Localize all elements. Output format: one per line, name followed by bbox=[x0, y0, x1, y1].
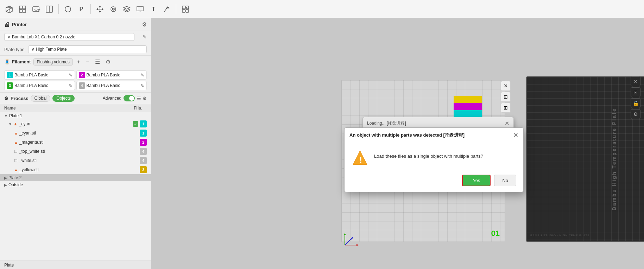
filament-item-3[interactable]: 3 Bambu PLA Basic ✎ bbox=[4, 81, 75, 90]
printer-icon: 🖨 bbox=[4, 21, 10, 28]
alert-dialog-close-btn[interactable]: ✕ bbox=[513, 131, 518, 139]
filament-edit-4[interactable]: ✎ bbox=[140, 83, 144, 88]
filament-settings-icon[interactable]: ⚙ bbox=[104, 58, 112, 66]
printer-name-select[interactable]: ∨ Bambu Lab X1 Carbon 0.2 nozzle bbox=[4, 33, 134, 41]
cube-icon[interactable] bbox=[4, 4, 15, 15]
chevron-plate2-icon: ▶ bbox=[4, 176, 7, 180]
tab-global[interactable]: Global bbox=[31, 95, 51, 102]
filament-num-4: 4 bbox=[79, 82, 85, 89]
alert-dialog: An object with multiple parts was detect… bbox=[344, 127, 524, 192]
plate-tab[interactable]: Plate bbox=[4, 263, 14, 268]
tab-objects[interactable]: Objects bbox=[52, 95, 75, 102]
printer-section: 🖨 Printer ⚙ bbox=[0, 18, 151, 31]
plate-2-label: Plate 2 bbox=[8, 175, 147, 180]
tree-file-white-stl[interactable]: ☐ _white.stl 4 bbox=[0, 156, 151, 165]
flushing-volumes-btn[interactable]: Flushing volumes bbox=[33, 58, 72, 65]
auto-icon[interactable]: AUTO bbox=[30, 4, 42, 15]
svg-rect-5 bbox=[19, 6, 22, 9]
loading-dialog-close-btn[interactable]: ✕ bbox=[505, 120, 509, 127]
process-list-icon[interactable]: ☰ bbox=[137, 96, 141, 101]
filament-num-1: 1 bbox=[7, 72, 13, 78]
color-badge-file2: 2 bbox=[140, 139, 147, 146]
process-icons: ☰ ⚙ bbox=[137, 96, 147, 101]
process-settings-icon[interactable]: ⚙ bbox=[143, 96, 147, 101]
printer-settings-icon[interactable]: ⚙ bbox=[142, 21, 147, 28]
svg-line-32 bbox=[345, 238, 352, 245]
triangle-file1-icon: ▲ bbox=[14, 131, 18, 135]
filament-edit-3[interactable]: ✎ bbox=[69, 83, 72, 88]
add-filament-btn[interactable]: + bbox=[76, 58, 82, 66]
circle-icon[interactable] bbox=[62, 4, 74, 15]
plate-type-select[interactable]: ∨ High Temp Plate bbox=[28, 45, 147, 53]
puzzle-icon[interactable] bbox=[180, 4, 191, 15]
svg-marker-33 bbox=[351, 237, 353, 240]
svg-marker-14 bbox=[99, 6, 101, 7]
color-badge-cyan: 1 bbox=[140, 120, 147, 127]
plate-02-grid: 02 Bambu High Temperature Plate BAMBU ST… bbox=[527, 77, 644, 241]
p-icon[interactable]: P bbox=[76, 4, 87, 15]
plate-grid-btn[interactable]: ⊞ bbox=[501, 103, 511, 113]
svg-line-3 bbox=[6, 10, 9, 11]
alert-no-button[interactable]: No bbox=[494, 175, 516, 186]
plate-02-zoom-btn[interactable]: ⊡ bbox=[631, 87, 640, 97]
tree-outside[interactable]: ▶ Outside bbox=[0, 181, 151, 188]
filament-item-1[interactable]: 1 Bambu PLA Basic ✎ bbox=[4, 70, 75, 80]
filament-item-4[interactable]: 4 Bambu PLA Basic ✎ bbox=[76, 81, 147, 90]
tree-file-topwhite-stl[interactable]: ☐ _top_white.stl 4 bbox=[0, 147, 151, 156]
paint-icon[interactable] bbox=[108, 4, 119, 15]
check-cyan-icon: ✓ bbox=[133, 121, 138, 127]
col-name-header: Name bbox=[4, 106, 129, 111]
plate-02-lock-btn[interactable]: 🔒 bbox=[631, 98, 640, 108]
printer-title: Printer bbox=[12, 22, 27, 27]
filament-list-icon[interactable]: ☰ bbox=[94, 58, 101, 66]
color-badge-file3: 4 bbox=[140, 148, 147, 155]
layout-icon[interactable] bbox=[44, 4, 55, 15]
tree-plate-2[interactable]: ▶ Plate 2 bbox=[0, 174, 151, 181]
tree-plate-1[interactable]: ▼ Plate 1 bbox=[0, 112, 151, 119]
move-icon[interactable] bbox=[94, 4, 106, 15]
layer-cyan bbox=[454, 110, 482, 117]
filament-item-2[interactable]: 2 Bambu PLA Basic ✎ bbox=[76, 70, 147, 80]
process-section: ⚙ Process Global Objects Advanced ☰ ⚙ bbox=[0, 93, 151, 104]
viewport: 01 ✕ ⊡ ⊞ 02 Bambu High Temperature Plate… bbox=[151, 18, 644, 269]
remove-filament-btn[interactable]: − bbox=[84, 58, 90, 66]
svg-marker-15 bbox=[99, 11, 101, 12]
filament-label: 🧵 Filament bbox=[4, 59, 31, 64]
alert-yes-button[interactable]: Yes bbox=[462, 175, 491, 186]
tree-file-cyan-stl[interactable]: ▲ _cyan.stl 1 bbox=[0, 129, 151, 138]
monitor-icon[interactable] bbox=[134, 4, 146, 15]
advanced-toggle[interactable] bbox=[124, 95, 135, 101]
loading-dialog-title: Loading... [托盘进程] bbox=[367, 120, 406, 126]
plate-02-settings-btn[interactable]: ⚙ bbox=[631, 109, 640, 119]
layer-magenta bbox=[454, 103, 482, 110]
square-file4-icon: ☐ bbox=[14, 158, 18, 163]
grid-icon[interactable] bbox=[17, 4, 28, 15]
dropdown-arrow-icon: ∨ bbox=[7, 35, 11, 39]
filament-edit-2[interactable]: ✎ bbox=[140, 73, 144, 78]
plate-close-btn[interactable]: ✕ bbox=[501, 81, 511, 91]
color-badge-file1: 1 bbox=[140, 130, 147, 137]
plate-01-number: 01 bbox=[491, 229, 500, 238]
arrow-icon[interactable] bbox=[161, 4, 172, 15]
plate-02-close-btn[interactable]: ✕ bbox=[631, 76, 640, 86]
text-T-icon[interactable]: T bbox=[148, 4, 159, 15]
tree-group-cyan[interactable]: ▼ ▲ _cyan ✓ 1 bbox=[0, 119, 151, 129]
plate-02: 02 Bambu High Temperature Plate BAMBU ST… bbox=[526, 76, 644, 242]
plate-type-value: High Temp Plate bbox=[36, 47, 67, 52]
outside-label: Outside bbox=[8, 182, 147, 187]
plate-01-controls: ✕ ⊡ ⊞ bbox=[501, 81, 511, 113]
filament-num-2: 2 bbox=[79, 72, 85, 78]
group-cyan-label: _cyan bbox=[19, 121, 133, 126]
printer-edit-icon[interactable]: ✎ bbox=[143, 34, 147, 40]
alert-dialog-header: An object with multiple parts was detect… bbox=[345, 128, 523, 142]
triangle-cyan-icon: ▲ bbox=[13, 121, 18, 126]
tree-file-magenta-stl[interactable]: ▲ _magenta.stl 2 bbox=[0, 138, 151, 147]
filament-icon: 🧵 bbox=[4, 59, 10, 64]
plate-zoom-btn[interactable]: ⊡ bbox=[501, 92, 511, 102]
layers-icon[interactable] bbox=[121, 4, 132, 15]
tree-file-yellow-stl[interactable]: ▲ _yellow.stl 3 bbox=[0, 165, 151, 174]
filament-name-2: Bambu PLA Basic bbox=[87, 73, 139, 77]
process-label: ⚙ Process bbox=[4, 96, 29, 101]
filament-edit-1[interactable]: ✎ bbox=[69, 73, 72, 78]
svg-rect-6 bbox=[23, 6, 26, 9]
